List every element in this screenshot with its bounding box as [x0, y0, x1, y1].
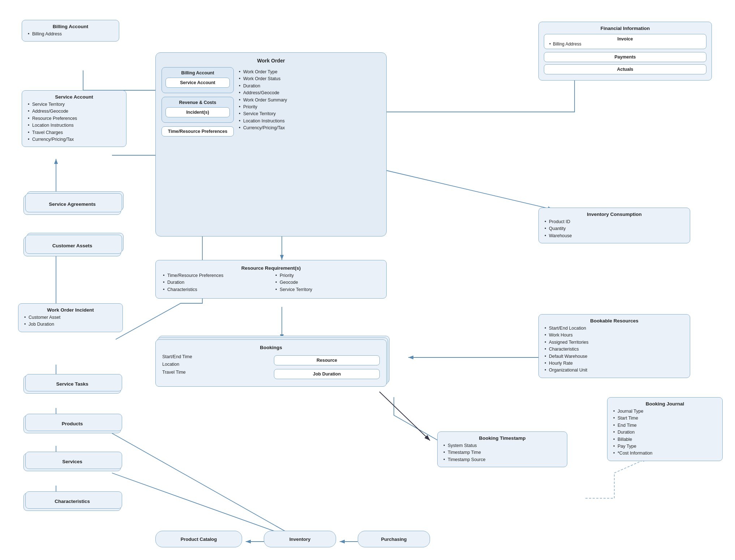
rr-right-0: Priority	[275, 272, 380, 279]
wo-item-8: Currency/Pricing/Tax	[238, 125, 381, 131]
fi-invoice-label: Invoice	[549, 36, 702, 42]
bj-item-2: End Time	[612, 422, 717, 429]
billing-account-top-list: Billing Address	[27, 31, 114, 38]
service-account-list: Service Territory Address/Geocode Resour…	[27, 101, 121, 143]
customer-assets-label: Customer Assets	[52, 243, 93, 248]
wo-item-2: Duration	[238, 83, 381, 90]
bj-item-0: Journal Type	[612, 408, 717, 415]
br-list: Start/End Location Work Hours Assigned T…	[544, 325, 685, 374]
wo-item-6: Service Territory	[238, 110, 381, 117]
inventory-pill: Inventory	[264, 531, 336, 547]
wo-item-4: Work Order Summary	[238, 97, 381, 104]
wo-service-account-inner: Service Account	[166, 78, 230, 88]
sa-item-5: Currency/Pricing/Tax	[27, 136, 121, 143]
rr-right-2: Service Territory	[275, 286, 380, 293]
service-account-title: Service Account	[27, 94, 121, 100]
sa-item-1: Address/Geocode	[27, 108, 121, 115]
bookings-resource-inner: Resource	[274, 355, 380, 365]
bt-item-1: Timestamp Time	[443, 449, 562, 456]
financial-information-box: Financial Information Invoice • Billing …	[538, 22, 712, 81]
bookable-resources-box: Bookable Resources Start/End Location Wo…	[538, 314, 690, 378]
ic-list: Product ID Quantity Warehouse	[544, 218, 685, 239]
work-order-title: Work Order	[162, 58, 381, 64]
wo-billing-account-label: Billing Account	[166, 70, 230, 75]
fi-title: Financial Information	[544, 26, 706, 31]
bt-item-0: System Status	[443, 442, 562, 449]
fi-invoice-item: • Billing Address	[549, 42, 702, 47]
br-item-3: Characteristics	[544, 346, 685, 353]
ic-title: Inventory Consumption	[544, 212, 685, 217]
woi-title: Work Order Incident	[23, 307, 117, 313]
ic-item-0: Product ID	[544, 218, 685, 225]
service-tasks-box: Service Tasks	[23, 375, 121, 394]
purchasing-label: Purchasing	[381, 537, 407, 542]
sa-item-0: Service Territory	[27, 101, 121, 108]
service-agreements-label: Service Agreements	[49, 201, 95, 207]
booking-timestamp-box: Booking Timestamp System Status Timestam…	[437, 431, 567, 467]
bookings-stack: Bookings Start/End Time Location Travel …	[155, 339, 387, 387]
wo-revenue-costs-label: Revenue & Costs	[166, 100, 230, 105]
wo-item-5: Priority	[238, 104, 381, 110]
wo-time-resource: Time/Resource Preferences	[162, 126, 234, 136]
br-item-0: Start/End Location	[544, 325, 685, 332]
products-box: Products	[23, 415, 121, 433]
bt-item-2: Timestamp Source	[443, 456, 562, 463]
rr-right-1: Geocode	[275, 279, 380, 286]
wo-item-3: Address/Geocode	[238, 90, 381, 96]
br-item-6: Organizational Unit	[544, 367, 685, 374]
services-box: Services	[23, 453, 121, 471]
service-tasks-label: Service Tasks	[56, 381, 88, 387]
rr-list-right: Priority Geocode Service Territory	[275, 272, 380, 293]
inventory-consumption-box: Inventory Consumption Product ID Quantit…	[538, 208, 690, 243]
booking-journal-box: Booking Journal Journal Type Start Time …	[607, 397, 723, 461]
bj-item-4: Billable	[612, 436, 717, 443]
bj-item-3: Duration	[612, 429, 717, 436]
bookings-left-2: Travel Time	[162, 369, 268, 376]
diagram-container: Billing Account Billing Address Service …	[0, 0, 735, 560]
product-catalog-label: Product Catalog	[181, 537, 217, 542]
fi-actuals: Actuals	[544, 64, 706, 74]
bj-item-5: Pay Type	[612, 443, 717, 450]
ic-item-1: Quantity	[544, 225, 685, 232]
customer-assets-box: Customer Assets	[23, 236, 121, 256]
service-agreements-box: Service Agreements	[23, 195, 121, 215]
ic-item-2: Warehouse	[544, 233, 685, 239]
bt-title: Booking Timestamp	[443, 435, 562, 441]
service-account-box: Service Account Service Territory Addres…	[22, 90, 126, 147]
sa-item-2: Resource Preferences	[27, 115, 121, 122]
wo-incidents-inner: Incident(s)	[166, 107, 230, 117]
sa-item-3: Location Instructions	[27, 122, 121, 129]
rr-left-1: Duration	[162, 279, 267, 286]
bookings-left-1: Location	[162, 361, 268, 368]
product-catalog-pill: Product Catalog	[155, 531, 242, 547]
bookings-title: Bookings	[162, 345, 380, 350]
wo-items-list: Work Order Type Work Order Status Durati…	[238, 69, 381, 131]
bj-item-1: Start Time	[612, 415, 717, 422]
br-item-4: Default Warehouse	[544, 353, 685, 360]
wo-item-1: Work Order Status	[238, 75, 381, 82]
work-order-incident-box: Work Order Incident Customer Asset Job D…	[18, 303, 123, 332]
bt-list: System Status Timestamp Time Timestamp S…	[443, 442, 562, 463]
characteristics-left-label: Characteristics	[55, 499, 90, 504]
billing-account-item-0: Billing Address	[27, 31, 114, 38]
bookings-box: Bookings Start/End Time Location Travel …	[155, 339, 387, 387]
work-order-outer-box: Work Order Billing Account Service Accou…	[155, 52, 387, 236]
br-item-1: Work Hours	[544, 332, 685, 339]
rr-list-left: Time/Resource Preferences Duration Chara…	[162, 272, 267, 293]
rr-left-2: Characteristics	[162, 286, 267, 293]
br-item-2: Assigned Territories	[544, 339, 685, 346]
bookings-left-0: Start/End Time	[162, 353, 268, 361]
woi-item-1: Job Duration	[23, 321, 117, 328]
bj-list: Journal Type Start Time End Time Duratio…	[612, 408, 717, 457]
billing-account-top-box: Billing Account Billing Address	[22, 20, 119, 42]
resource-requirements-box: Resource Requirement(s) Time/Resource Pr…	[155, 260, 387, 299]
billing-account-top-title: Billing Account	[27, 24, 114, 29]
bookings-job-duration-inner: Job Duration	[274, 369, 380, 379]
bj-item-6: *Cost Information	[612, 450, 717, 457]
services-label: Services	[62, 459, 82, 464]
woi-item-0: Customer Asset	[23, 314, 117, 321]
br-title: Bookable Resources	[544, 318, 685, 324]
rr-left-0: Time/Resource Preferences	[162, 272, 267, 279]
bj-title: Booking Journal	[612, 401, 717, 407]
wo-item-0: Work Order Type	[238, 69, 381, 75]
